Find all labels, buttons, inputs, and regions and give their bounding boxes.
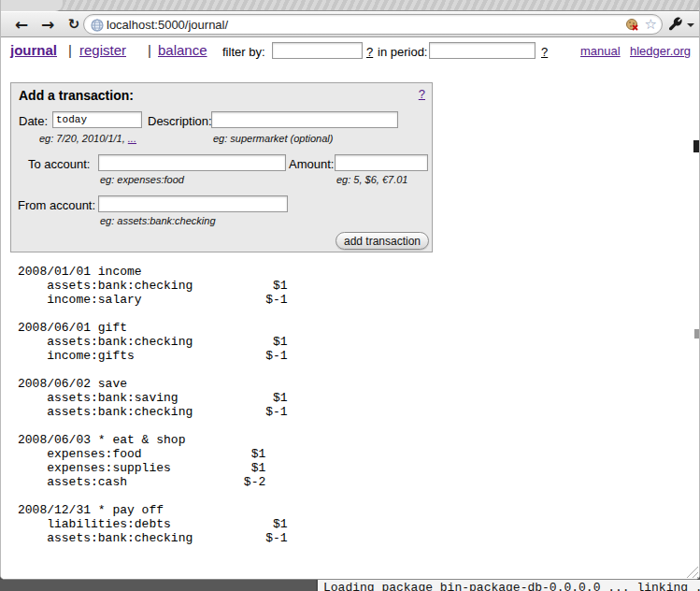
active-tab[interactable] — [1, 0, 63, 11]
amount-hint: eg: 5, $6, €7.01 — [336, 174, 407, 185]
period-help-link[interactable]: ? — [541, 45, 548, 59]
hledger-nav: journal | register | balance filter by: … — [1, 37, 699, 69]
bookmark-star-icon[interactable]: ☆ — [645, 16, 657, 33]
form-help-link[interactable]: ? — [419, 87, 425, 101]
amount-input[interactable] — [335, 154, 428, 171]
nav-separator: | — [148, 42, 151, 58]
background-window-artifact — [694, 329, 700, 339]
browser-window: ← → ↻ localhost:5000/journal/ — [0, 0, 700, 580]
filter-input[interactable] — [272, 42, 363, 59]
tab-strip[interactable] — [1, 0, 699, 11]
nav-link-hledger-org[interactable]: hledger.org — [630, 44, 691, 58]
browser-toolbar: ← → ↻ localhost:5000/journal/ — [1, 12, 699, 37]
nav-link-balance[interactable]: balance — [158, 42, 207, 58]
from-account-hint: eg: assets:bank:checking — [100, 215, 216, 226]
wrench-icon — [667, 19, 683, 35]
date-label: Date: — [19, 114, 48, 128]
period-input[interactable] — [429, 42, 536, 59]
back-button[interactable]: ← — [10, 13, 33, 36]
globe-icon — [91, 19, 104, 36]
date-input[interactable] — [52, 111, 142, 128]
chevron-down-icon — [687, 23, 694, 27]
nav-separator: | — [68, 42, 72, 58]
to-account-input[interactable] — [98, 154, 286, 171]
amount-label: Amount: — [289, 157, 334, 171]
cookie-blocked-icon[interactable] — [625, 18, 639, 32]
terminal-window-slice: Loading package bin-package-db-0.0.0.0 .… — [316, 580, 700, 591]
background-window-artifact — [693, 140, 700, 152]
from-account-label: From account: — [18, 198, 95, 212]
url-text[interactable]: localhost:5000/journal/ — [107, 18, 228, 32]
add-transaction-button[interactable]: add transaction — [336, 232, 429, 250]
nav-link-manual[interactable]: manual — [580, 44, 621, 58]
nav-link-journal[interactable]: journal — [10, 42, 57, 58]
nav-link-register[interactable]: register — [79, 42, 126, 58]
date-hint-more-link[interactable]: ... — [128, 133, 136, 144]
page-content: journal | register | balance filter by: … — [1, 37, 699, 580]
filter-help-link[interactable]: ? — [366, 45, 373, 59]
to-account-label: To account: — [28, 157, 91, 171]
wrench-menu-button[interactable] — [667, 16, 695, 33]
forward-button[interactable]: → — [36, 13, 59, 36]
address-bar[interactable]: localhost:5000/journal/ ☆ — [83, 14, 663, 35]
date-hint-text: eg: 7/20, 2010/1/1, — [39, 133, 128, 144]
in-period-label: in period: — [378, 45, 427, 59]
reload-button[interactable]: ↻ — [63, 13, 85, 36]
terminal-output-text: Loading package bin-package-db-0.0.0.0 .… — [323, 581, 700, 591]
to-account-hint: eg: expenses:food — [100, 174, 184, 185]
filter-by-label: filter by: — [222, 45, 265, 59]
description-input[interactable] — [211, 111, 398, 128]
desktop-background-strip: Loading package bin-package-db-0.0.0.0 .… — [0, 580, 700, 591]
form-title: Add a transaction: — [19, 88, 134, 103]
description-label: Description: — [148, 114, 212, 128]
journal-entries: 2008/01/01 income assets:bank:checking $… — [18, 265, 288, 545]
screen: ← → ↻ localhost:5000/journal/ — [0, 0, 700, 591]
add-transaction-form: Add a transaction: ? Date: Description: … — [10, 82, 433, 252]
description-hint: eg: supermarket (optional) — [213, 133, 333, 144]
date-hint: eg: 7/20, 2010/1/1, ... — [39, 133, 136, 144]
from-account-input[interactable] — [98, 195, 288, 212]
